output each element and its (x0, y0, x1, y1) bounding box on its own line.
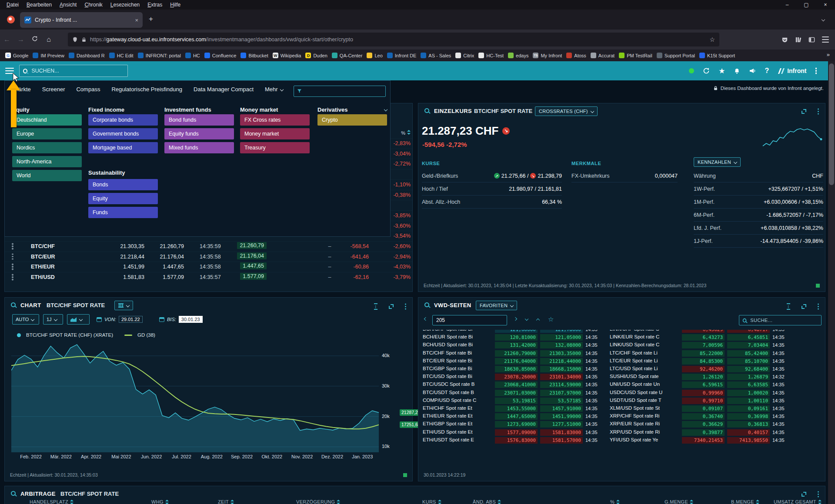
bookmark-item[interactable]: INFRONT: portal (138, 53, 181, 58)
window-minimize-button[interactable]: – (778, 0, 797, 10)
bookmark-item[interactable]: Leo (367, 53, 382, 58)
vwd-row[interactable]: ETH/USD Spot rate Et1577,090001581,83000… (420, 429, 607, 437)
bookmark-item[interactable]: AS - Sales (421, 53, 451, 58)
bookmark-item[interactable]: Support Portal (657, 53, 695, 58)
vwd-search-input[interactable] (749, 317, 818, 323)
tracking-shield-icon[interactable] (72, 36, 78, 43)
vwd-row[interactable]: BCH/CHF Spot rate Bi121,60000121,7800014… (420, 330, 607, 334)
nav-tab-data-manager-compact[interactable]: Data Manager Compact (194, 86, 254, 93)
scrollbar[interactable] (828, 61, 835, 504)
quote-row[interactable]: ETH/USD1.581,831.577,0914:35:571.577,09–… (5, 272, 412, 282)
menu-item-equity[interactable]: Equity (88, 193, 158, 204)
vwd-row[interactable]: XRP/CHF Spot rate Ri0,367400,3699814:35 (607, 413, 794, 421)
menu-item-europe[interactable]: Europe (12, 128, 82, 139)
bookmark-item[interactable]: K15t Support (699, 53, 735, 58)
menu-filter-input[interactable] (304, 88, 382, 95)
vwd-row[interactable]: LTC/EUR Spot rate Li84,8530085,1070014:3… (607, 358, 794, 365)
column-header-zeit[interactable]: ZEIT (218, 499, 234, 504)
crossrates-dropdown[interactable]: CROSSRATES (CHF) (535, 106, 598, 116)
menu-item-bonds[interactable]: Bonds (88, 179, 158, 190)
menu-item-funds[interactable]: Funds (88, 207, 158, 218)
menubar-item-datei[interactable]: Datei (3, 1, 22, 9)
column-header--[interactable]: % (610, 499, 620, 504)
expand-icon[interactable] (802, 109, 806, 114)
bookmark-item[interactable]: Atoss (566, 53, 586, 58)
vwd-row[interactable]: YFI/USD Spot rate Ye7340,214537413,98550… (607, 437, 794, 444)
reload-icon[interactable] (28, 36, 42, 43)
row-kebab-icon[interactable] (12, 245, 13, 247)
menubar-item-extras[interactable]: Extras (144, 1, 165, 9)
vwd-row[interactable]: ETH/USDT Spot rate E1576,830001581,57000… (420, 437, 607, 444)
expand-icon[interactable] (802, 492, 806, 497)
favorites-dropdown[interactable]: FAVORITEN (476, 301, 517, 310)
back-icon[interactable]: ← (0, 36, 14, 43)
fit-icon[interactable]: ↕ (787, 303, 790, 310)
bookmark-item[interactable]: Accurat (591, 53, 615, 58)
menu-item-government-bonds[interactable]: Government bonds (88, 128, 158, 139)
bookmark-item[interactable]: PM TestRail (619, 53, 652, 58)
window-close-button[interactable]: × (816, 0, 835, 10)
bookmark-item[interactable]: HC (185, 53, 200, 58)
bookmark-item[interactable]: Confluence (204, 53, 237, 58)
page-forward-icon[interactable] (514, 317, 517, 321)
column-header-b-menge[interactable]: B.MENGE (731, 499, 759, 504)
column-header-verz-gerung[interactable]: VERZÖGERUNG (296, 499, 340, 504)
vwd-row[interactable]: ETH/EUR Spot rate Et1447,650001451,99000… (420, 413, 607, 421)
app-search-input[interactable] (30, 67, 124, 74)
bookmark-item[interactable]: WWikipedia (273, 53, 301, 58)
vwd-row[interactable]: BTC/USDC Spot rate B23068,4100023114,590… (420, 381, 607, 389)
new-tab-button[interactable]: + (149, 15, 153, 23)
vwd-row[interactable]: BTC/USDT Spot rate B23071,0300023107,970… (420, 389, 607, 397)
chart-plot-area[interactable]: 10k20k30k40k21287,2317251,63 (11, 344, 411, 452)
nav-tab-screener[interactable]: Screener (42, 86, 65, 93)
bookmark-item[interactable]: GGoogle (5, 53, 28, 58)
pocket-icon[interactable] (782, 36, 788, 43)
page-down-icon[interactable] (525, 317, 528, 321)
column-header--nd-abs[interactable]: ÄND. ABS (473, 499, 501, 504)
favorite-star-icon[interactable]: ☆ (548, 315, 554, 323)
menubar-item-ansicht[interactable]: Ansicht (57, 1, 80, 9)
library-icon[interactable] (795, 36, 802, 43)
column-header-g-menge[interactable]: G.MENGE (665, 499, 693, 504)
bookmark-item[interactable]: Dashboard R (69, 53, 105, 58)
auto-scale-dropdown[interactable]: AUTO (12, 314, 39, 325)
panel-kebab-icon[interactable] (818, 111, 819, 113)
notifications-bell-icon[interactable] (734, 68, 740, 74)
vwd-row[interactable]: BCH/USD Spot rate Bi131,42000132,0800014… (420, 342, 607, 349)
vwd-row[interactable]: XRP/USD Spot rate Ri0,398770,4015714:35 (607, 429, 794, 437)
bookmark-item[interactable]: Infront DE (387, 53, 417, 58)
quote-search-icon[interactable] (424, 302, 429, 307)
menu-item-deutschland[interactable]: Deutschland (12, 114, 82, 126)
panel-kebab-icon[interactable] (818, 306, 819, 308)
app-search-box[interactable] (19, 65, 128, 77)
vwd-row[interactable]: BCH/EUR Spot rate Bi120,81000121,0500014… (420, 334, 607, 342)
favorites-star-icon[interactable]: ★ (718, 66, 725, 76)
url-bar[interactable]: https://gateway.cloud-uat.eu.infrontserv… (68, 33, 719, 46)
period-dropdown[interactable]: 1J (43, 314, 63, 325)
menu-item-equity-funds[interactable]: Equity funds (164, 128, 234, 139)
menu-item-north-america[interactable]: North-America (12, 156, 82, 167)
vwd-row[interactable]: UNI/USD Spot rate Un6,596156,6358514:35 (607, 381, 794, 389)
panel-kebab-icon[interactable] (405, 306, 407, 308)
vwd-row[interactable]: ETH/GBP Spot rate Et1273,690001277,51000… (420, 421, 607, 428)
nav-tab-compass[interactable]: Compass (76, 86, 100, 93)
expand-icon[interactable] (802, 304, 806, 309)
vwd-row[interactable]: BTC/GBP Spot rate Bi18630,8500018668,150… (420, 365, 607, 373)
row-kebab-icon[interactable] (12, 256, 13, 258)
announcements-megaphone-icon[interactable] (749, 67, 756, 74)
panel-kebab-icon[interactable] (818, 494, 819, 495)
vwd-search-box[interactable] (739, 315, 822, 325)
vwd-row[interactable]: USDT/USD Spot rate T0,997101,0011014:35 (607, 397, 794, 405)
page-number-input[interactable] (432, 315, 507, 325)
bookmark-item[interactable]: edays (508, 53, 528, 58)
menu-item-crypto[interactable]: Crypto (317, 114, 387, 126)
menu-item-world[interactable]: World (12, 170, 82, 181)
menu-item-corporate-bonds[interactable]: Corporate bonds (88, 114, 158, 126)
window-maximize-button[interactable]: ▢ (797, 0, 816, 10)
refresh-icon[interactable] (703, 67, 710, 74)
bis-value[interactable]: 30.01.23 (179, 316, 203, 323)
vwd-row[interactable]: XRP/EUR Spot rate Ri0,366290,3681314:35 (607, 421, 794, 428)
help-icon[interactable]: ? (765, 67, 769, 75)
browser-menu-icon[interactable] (822, 35, 829, 44)
vwd-row[interactable]: COMP/USD Spot rate C53,1981553,5718514:3… (420, 397, 607, 405)
